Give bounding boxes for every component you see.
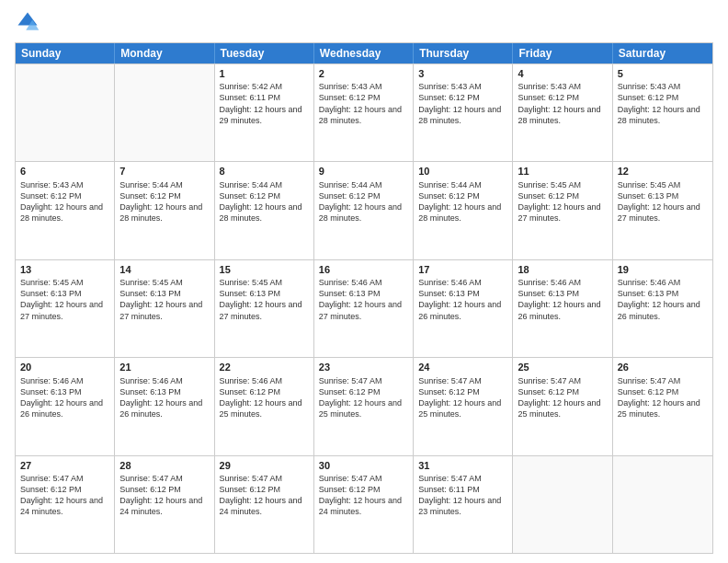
calendar-cell: 2Sunrise: 5:43 AMSunset: 6:12 PMDaylight… xyxy=(314,64,414,161)
day-info: Sunrise: 5:43 AMSunset: 6:12 PMDaylight:… xyxy=(20,179,109,224)
day-number: 8 xyxy=(220,165,309,178)
day-info: Sunrise: 5:47 AMSunset: 6:12 PMDaylight:… xyxy=(119,473,209,518)
logo xyxy=(15,9,44,35)
calendar-cell: 16Sunrise: 5:46 AMSunset: 6:13 PMDayligh… xyxy=(314,260,414,357)
day-info: Sunrise: 5:44 AMSunset: 6:12 PMDaylight:… xyxy=(119,179,209,224)
calendar-cell: 12Sunrise: 5:45 AMSunset: 6:13 PMDayligh… xyxy=(613,162,712,259)
calendar: SundayMondayTuesdayWednesdayThursdayFrid… xyxy=(15,42,713,554)
day-info: Sunrise: 5:47 AMSunset: 6:11 PMDaylight:… xyxy=(418,473,507,518)
calendar-cell: 8Sunrise: 5:44 AMSunset: 6:12 PMDaylight… xyxy=(215,162,314,259)
day-number: 4 xyxy=(518,67,607,80)
day-info: Sunrise: 5:46 AMSunset: 6:13 PMDaylight:… xyxy=(20,375,109,420)
day-number: 16 xyxy=(319,263,408,276)
day-info: Sunrise: 5:46 AMSunset: 6:13 PMDaylight:… xyxy=(518,277,607,322)
day-number: 26 xyxy=(618,361,708,373)
day-info: Sunrise: 5:46 AMSunset: 6:13 PMDaylight:… xyxy=(119,375,209,420)
calendar-cell: 14Sunrise: 5:45 AMSunset: 6:13 PMDayligh… xyxy=(115,260,214,357)
day-info: Sunrise: 5:45 AMSunset: 6:13 PMDaylight:… xyxy=(20,277,109,322)
day-info: Sunrise: 5:47 AMSunset: 6:12 PMDaylight:… xyxy=(518,375,607,420)
day-number: 6 xyxy=(20,165,109,178)
day-number: 29 xyxy=(220,459,309,472)
day-info: Sunrise: 5:44 AMSunset: 6:12 PMDaylight:… xyxy=(418,179,507,224)
day-info: Sunrise: 5:45 AMSunset: 6:13 PMDaylight:… xyxy=(119,277,209,322)
calendar-cell: 24Sunrise: 5:47 AMSunset: 6:12 PMDayligh… xyxy=(414,358,513,454)
day-info: Sunrise: 5:47 AMSunset: 6:12 PMDaylight:… xyxy=(418,375,507,420)
day-info: Sunrise: 5:43 AMSunset: 6:12 PMDaylight:… xyxy=(518,81,607,126)
day-info: Sunrise: 5:43 AMSunset: 6:12 PMDaylight:… xyxy=(418,81,507,126)
day-number: 17 xyxy=(418,263,507,276)
day-number: 12 xyxy=(618,165,708,178)
day-info: Sunrise: 5:46 AMSunset: 6:12 PMDaylight:… xyxy=(220,375,309,420)
day-info: Sunrise: 5:46 AMSunset: 6:13 PMDaylight:… xyxy=(319,277,408,322)
day-number: 18 xyxy=(518,263,607,276)
day-number: 5 xyxy=(618,67,708,80)
calendar-cell: 22Sunrise: 5:46 AMSunset: 6:12 PMDayligh… xyxy=(215,358,314,454)
day-info: Sunrise: 5:46 AMSunset: 6:13 PMDaylight:… xyxy=(618,277,708,322)
day-number: 15 xyxy=(220,263,309,276)
day-info: Sunrise: 5:47 AMSunset: 6:12 PMDaylight:… xyxy=(319,375,408,420)
calendar-cell: 25Sunrise: 5:47 AMSunset: 6:12 PMDayligh… xyxy=(513,358,612,454)
calendar-cell: 13Sunrise: 5:45 AMSunset: 6:13 PMDayligh… xyxy=(16,260,115,357)
calendar-cell: 29Sunrise: 5:47 AMSunset: 6:12 PMDayligh… xyxy=(215,456,314,553)
calendar-header-thursday: Thursday xyxy=(414,43,513,63)
day-info: Sunrise: 5:45 AMSunset: 6:13 PMDaylight:… xyxy=(220,277,309,322)
calendar-cell: 1Sunrise: 5:42 AMSunset: 6:11 PMDaylight… xyxy=(215,64,314,161)
calendar-cell: 31Sunrise: 5:47 AMSunset: 6:11 PMDayligh… xyxy=(414,456,513,553)
calendar-cell: 21Sunrise: 5:46 AMSunset: 6:13 PMDayligh… xyxy=(115,358,214,454)
day-number: 22 xyxy=(220,361,309,373)
calendar-body: 1Sunrise: 5:42 AMSunset: 6:11 PMDaylight… xyxy=(16,63,712,553)
day-info: Sunrise: 5:43 AMSunset: 6:12 PMDaylight:… xyxy=(319,81,408,126)
day-info: Sunrise: 5:45 AMSunset: 6:13 PMDaylight:… xyxy=(618,179,708,224)
calendar-week-4: 27Sunrise: 5:47 AMSunset: 6:12 PMDayligh… xyxy=(16,455,712,553)
day-info: Sunrise: 5:42 AMSunset: 6:11 PMDaylight:… xyxy=(220,81,309,126)
day-number: 13 xyxy=(20,263,109,276)
calendar-cell: 10Sunrise: 5:44 AMSunset: 6:12 PMDayligh… xyxy=(414,162,513,259)
calendar-cell: 28Sunrise: 5:47 AMSunset: 6:12 PMDayligh… xyxy=(115,456,214,553)
logo-icon xyxy=(15,9,40,35)
calendar-cell: 6Sunrise: 5:43 AMSunset: 6:12 PMDaylight… xyxy=(16,162,115,259)
day-number: 24 xyxy=(418,361,507,373)
day-number: 21 xyxy=(119,361,209,373)
calendar-week-2: 13Sunrise: 5:45 AMSunset: 6:13 PMDayligh… xyxy=(16,259,712,357)
calendar-cell: 4Sunrise: 5:43 AMSunset: 6:12 PMDaylight… xyxy=(513,64,612,161)
day-number: 30 xyxy=(319,459,408,472)
day-info: Sunrise: 5:44 AMSunset: 6:12 PMDaylight:… xyxy=(319,179,408,224)
calendar-cell: 23Sunrise: 5:47 AMSunset: 6:12 PMDayligh… xyxy=(314,358,414,454)
day-number: 10 xyxy=(418,165,507,178)
calendar-cell: 3Sunrise: 5:43 AMSunset: 6:12 PMDaylight… xyxy=(414,64,513,161)
day-info: Sunrise: 5:47 AMSunset: 6:12 PMDaylight:… xyxy=(20,473,109,518)
day-number: 27 xyxy=(20,459,109,472)
day-number: 9 xyxy=(319,165,408,178)
day-info: Sunrise: 5:47 AMSunset: 6:12 PMDaylight:… xyxy=(618,375,708,420)
header xyxy=(15,9,713,35)
day-number: 25 xyxy=(518,361,607,373)
calendar-cell: 19Sunrise: 5:46 AMSunset: 6:13 PMDayligh… xyxy=(613,260,712,357)
calendar-cell: 20Sunrise: 5:46 AMSunset: 6:13 PMDayligh… xyxy=(16,358,115,454)
calendar-cell xyxy=(115,64,214,161)
calendar-cell: 17Sunrise: 5:46 AMSunset: 6:13 PMDayligh… xyxy=(414,260,513,357)
calendar-cell: 11Sunrise: 5:45 AMSunset: 6:12 PMDayligh… xyxy=(513,162,612,259)
day-number: 2 xyxy=(319,67,408,80)
day-info: Sunrise: 5:45 AMSunset: 6:12 PMDaylight:… xyxy=(518,179,607,224)
calendar-cell: 27Sunrise: 5:47 AMSunset: 6:12 PMDayligh… xyxy=(16,456,115,553)
calendar-week-1: 6Sunrise: 5:43 AMSunset: 6:12 PMDaylight… xyxy=(16,161,712,259)
day-number: 7 xyxy=(119,165,209,178)
day-number: 31 xyxy=(418,459,507,472)
calendar-header-tuesday: Tuesday xyxy=(215,43,314,63)
calendar-cell xyxy=(16,64,115,161)
day-info: Sunrise: 5:43 AMSunset: 6:12 PMDaylight:… xyxy=(618,81,708,126)
calendar-header-sunday: Sunday xyxy=(16,43,115,63)
calendar-cell: 30Sunrise: 5:47 AMSunset: 6:12 PMDayligh… xyxy=(314,456,414,553)
calendar-header-friday: Friday xyxy=(513,43,612,63)
calendar-cell: 26Sunrise: 5:47 AMSunset: 6:12 PMDayligh… xyxy=(613,358,712,454)
day-number: 14 xyxy=(119,263,209,276)
calendar-cell: 15Sunrise: 5:45 AMSunset: 6:13 PMDayligh… xyxy=(215,260,314,357)
day-number: 3 xyxy=(418,67,507,80)
day-info: Sunrise: 5:47 AMSunset: 6:12 PMDaylight:… xyxy=(319,473,408,518)
calendar-header-row: SundayMondayTuesdayWednesdayThursdayFrid… xyxy=(16,43,712,63)
page: SundayMondayTuesdayWednesdayThursdayFrid… xyxy=(0,0,728,563)
day-number: 11 xyxy=(518,165,607,178)
calendar-header-wednesday: Wednesday xyxy=(314,43,414,63)
day-info: Sunrise: 5:47 AMSunset: 6:12 PMDaylight:… xyxy=(220,473,309,518)
calendar-cell xyxy=(513,456,612,553)
